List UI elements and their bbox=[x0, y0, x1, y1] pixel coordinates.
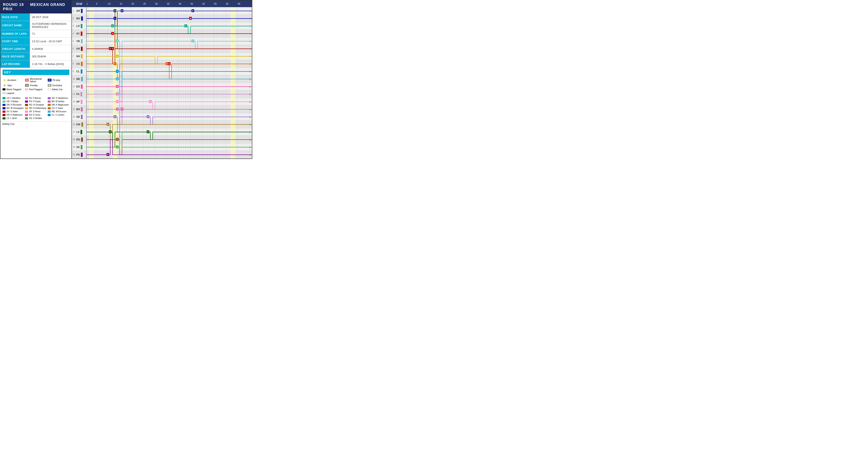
row-label-ME: 10ME bbox=[72, 75, 87, 83]
driver-color-bar-ME bbox=[81, 77, 83, 81]
key-mechanical: M Mechanical failure bbox=[25, 77, 47, 83]
driver-dr: DR: D Ricciardo bbox=[2, 103, 24, 107]
driver-color-bar-DR bbox=[81, 9, 83, 13]
chart-row-SV: 4SV bbox=[72, 30, 252, 37]
driver-pg: PG: P Gasly bbox=[25, 100, 47, 103]
cl-color bbox=[48, 114, 51, 116]
nh-color bbox=[25, 107, 28, 109]
start-time-label: START TIME bbox=[0, 38, 30, 45]
row-label-VB: 5VB bbox=[72, 37, 87, 45]
row-label-BH: 14BH bbox=[72, 106, 87, 113]
driver-code-KM: KM bbox=[76, 123, 80, 126]
sd-color bbox=[48, 97, 51, 99]
chart-row-ME: 10ME bbox=[72, 75, 252, 83]
driver-mv: MV: M Verstappen bbox=[2, 107, 24, 110]
driver-color-bar-SV bbox=[81, 32, 83, 36]
lap-marker-40: 40 bbox=[179, 2, 181, 5]
round-header: ROUND 19 MEXICAN GRAND PRIX bbox=[0, 0, 71, 13]
chart-area-SV bbox=[87, 30, 252, 37]
driver-color-bar-MV bbox=[81, 17, 83, 21]
row-label-SS: 19SS bbox=[72, 143, 87, 151]
driver-code-SD: SD bbox=[76, 115, 80, 118]
driver-color-bar-KR bbox=[81, 47, 83, 51]
lap-marker-45: 45 bbox=[190, 2, 193, 5]
lapped-icon bbox=[2, 92, 5, 94]
driver-code-SP: SP bbox=[76, 100, 80, 103]
chart-row-LH: 3LH bbox=[72, 22, 252, 30]
chart-area-DR bbox=[87, 7, 252, 15]
driver-cs: CS: C Sainz bbox=[48, 107, 69, 110]
key-section: KEY ★ Accident M Mechanical failure P Pi… bbox=[0, 68, 71, 122]
driver-code-LH: LH bbox=[76, 25, 80, 28]
fa-color bbox=[25, 97, 28, 99]
driver-code-MV: MV bbox=[76, 17, 80, 20]
chart-row-CS: 8CS bbox=[72, 60, 252, 68]
driver-code-ME: ME bbox=[76, 78, 80, 81]
chart-area-PG bbox=[87, 151, 252, 158]
penalty-label: Penalty bbox=[30, 84, 38, 87]
lap-marker-25: 25 bbox=[143, 2, 146, 5]
chart-area-VB bbox=[87, 37, 252, 45]
driver-code-SV: SV bbox=[76, 32, 80, 35]
row-label-DR: 1DR bbox=[72, 7, 87, 14]
key-red-flag: Red Flagged bbox=[25, 88, 47, 91]
chart-area-EO bbox=[87, 83, 252, 90]
excluded-icon: E bbox=[48, 84, 52, 87]
penalty-icon: Pa bbox=[25, 84, 29, 87]
key-penalty: Pa Penalty bbox=[25, 84, 47, 87]
grid-label: Grid bbox=[72, 0, 87, 7]
key-spin: ⊙ Spin bbox=[2, 84, 24, 87]
lap-record-value: 1:18.741 - V Bottas [2018] bbox=[30, 61, 66, 67]
driver-color-bar-BH bbox=[81, 107, 83, 112]
driver-sp: SP: S Perez bbox=[25, 110, 47, 113]
driver-code-NH: NH bbox=[76, 55, 80, 58]
driver-vb: VB: V Bottas bbox=[2, 100, 24, 103]
circuit-length-value: 4.304KM bbox=[30, 46, 45, 52]
key-accident: ★ Accident bbox=[2, 77, 24, 83]
chart-row-CL: 9CL bbox=[72, 68, 252, 75]
driver-eo: EO: E Ocon bbox=[25, 113, 47, 117]
chart-body: 1DR2MV3LH4SV5VB6KR7NH8CS9CL10ME11EO12FA1… bbox=[72, 7, 252, 158]
row-label-RG: 18RG bbox=[72, 136, 87, 143]
key-black-flag: Black Flagged bbox=[2, 88, 24, 91]
pg-color bbox=[25, 100, 28, 102]
chart-area-LH bbox=[87, 22, 252, 30]
chart-row-DR: 1DR bbox=[72, 7, 252, 15]
driver-code-RG: RG bbox=[76, 138, 80, 141]
chart-row-KM: 16KM bbox=[72, 121, 252, 128]
row-label-LS: 17LS bbox=[72, 128, 87, 135]
circuit-name-value: AUTODROMO HERMANOS RODRIGUEZ bbox=[30, 21, 71, 30]
lh-color bbox=[2, 97, 5, 99]
driver-bh: BH: B Hartley bbox=[48, 100, 69, 103]
chart-row-PG: 20PG bbox=[72, 151, 252, 158]
chart-area-KR bbox=[87, 45, 252, 53]
driver-lh: LH: L Hamilton bbox=[2, 96, 24, 100]
chart-row-SP: 13SP bbox=[72, 98, 252, 106]
chart-area-LS bbox=[87, 128, 252, 136]
excluded-label: Excluded bbox=[53, 84, 62, 87]
driver-color-bar-SD bbox=[81, 115, 83, 119]
lap-marker-60: 60 bbox=[226, 2, 228, 5]
pit-label: Pit stop bbox=[53, 79, 60, 81]
circuit-name-label: CIRCUIT NAME: bbox=[0, 21, 30, 30]
driver-code-CL: CL bbox=[76, 70, 80, 73]
row-label-FA: 12FA bbox=[72, 90, 87, 98]
driver-fa: FA: F Alonso bbox=[25, 96, 47, 100]
lapped-label: Lapped bbox=[6, 92, 14, 94]
pit-icon: P bbox=[48, 79, 52, 82]
lap-marker-10: 10 bbox=[108, 2, 111, 5]
key-header: KEY bbox=[2, 69, 69, 75]
chart-area-CS bbox=[87, 60, 252, 68]
row-label-CS: 8CS bbox=[72, 60, 87, 67]
safety-car-label: Safety Car bbox=[52, 88, 63, 91]
driver-color-bar-CS bbox=[81, 62, 83, 66]
driver-kr: KR: K Raikkonen bbox=[2, 113, 24, 117]
circuit-name-row: CIRCUIT NAME: AUTODROMO HERMANOS RODRIGU… bbox=[0, 21, 71, 30]
spin-label: Spin bbox=[7, 84, 12, 87]
lap-marker-1: 1 bbox=[87, 2, 88, 5]
mechanical-icon: M bbox=[25, 79, 29, 82]
driver-code-EO: EO bbox=[76, 85, 80, 88]
race-date-label: RACE DATE: bbox=[0, 13, 30, 21]
driver-km: KM: K Magnussen bbox=[48, 103, 69, 107]
race-distance-row: RACE DISTANCE: 305.354KM bbox=[0, 53, 71, 60]
